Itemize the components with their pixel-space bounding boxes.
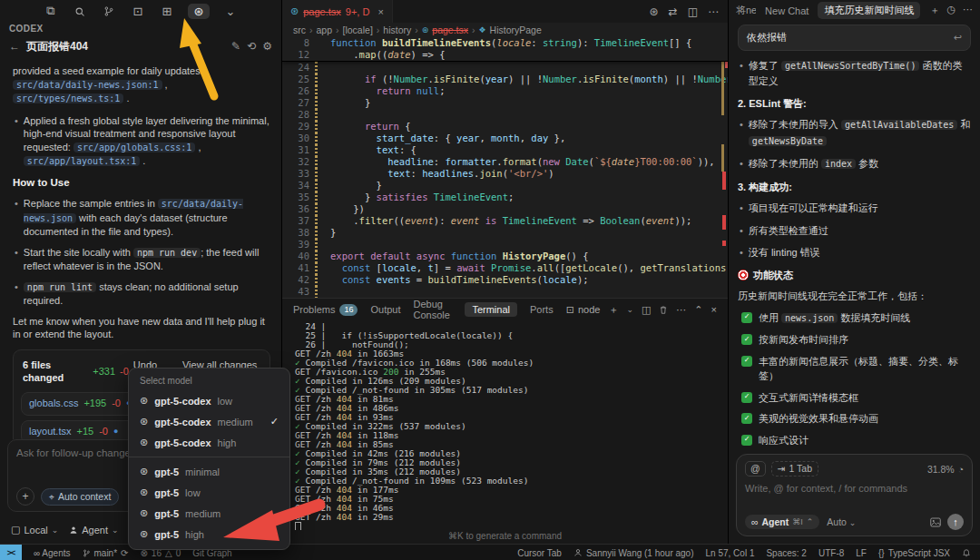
code-line: 32 headline: formatter.format(new Date(`…	[282, 156, 728, 168]
chat-tab-1[interactable]: 将news.json数据写	[736, 4, 756, 17]
new-chat-icon[interactable]: ＋	[929, 4, 939, 17]
git-branch-item[interactable]: main*⟳	[83, 548, 129, 558]
notifications-bell-icon[interactable]	[962, 548, 971, 558]
chat-tab-new[interactable]: New Chat	[765, 5, 808, 16]
split-editor-icon[interactable]: ◫	[688, 5, 698, 18]
language-mode-item[interactable]: {}TypeScript JSX	[878, 548, 950, 558]
context-usage: 31.8%◔	[927, 464, 964, 475]
model-option[interactable]: ⊛gpt-5low	[129, 482, 289, 503]
code-line: 43	[282, 286, 728, 298]
tab-output[interactable]: Output	[370, 304, 400, 315]
chat-input-card[interactable]: @ ⇥1 Tab 31.8%◔ Write, @ for context, / …	[736, 454, 973, 536]
code-line: 29 return {	[282, 121, 728, 133]
code-line: 39	[282, 239, 728, 251]
tab-debug-console[interactable]: Debug Console	[414, 299, 453, 320]
cursor-tab-status[interactable]: Cursor Tab	[517, 548, 562, 558]
blame-author-item[interactable]: Sannyii Wang (1 hour ago)	[573, 548, 694, 558]
check-icon: ✓	[741, 334, 752, 345]
encoding-item[interactable]: UTF-8	[818, 548, 844, 558]
agent-mode-selector[interactable]: ∞Agent⌘I⌃	[745, 515, 819, 529]
grid-icon[interactable]: ⊞	[159, 5, 175, 18]
editor-tab-page-tsx[interactable]: ⊛ page.tsx 9+, D ×	[282, 0, 393, 23]
search-icon[interactable]	[72, 5, 88, 18]
restore-checkpoint-icon[interactable]: ↩	[954, 30, 962, 45]
openai-icon: ⊛	[140, 416, 148, 427]
close-panel-icon[interactable]: ×	[711, 304, 717, 315]
terminal-shell-selector[interactable]: ⊡node	[566, 304, 601, 316]
model-option[interactable]: ⊛gpt-5-codexmedium✓	[129, 411, 289, 432]
codex-box-icon[interactable]: ⊡	[130, 5, 146, 18]
cursor-position-item[interactable]: Ln 57, Col 1	[706, 548, 755, 558]
edit-icon[interactable]: ✎	[231, 40, 240, 53]
code-line: 27 }	[282, 97, 728, 109]
split-terminal-icon[interactable]: ◫	[642, 304, 651, 316]
list-item: •Replace the sample entries in src/data/…	[15, 197, 270, 239]
local-selector[interactable]: ▢Local⌄	[11, 524, 58, 535]
chat-transcript: 依然报错 ↩ •修复了 getAllNewsSortedByTime() 函数的…	[729, 21, 980, 448]
list-item: •项目现在可以正常构建和运行	[740, 201, 971, 216]
check-icon: ✓	[741, 392, 752, 403]
remote-window-button[interactable]: ><	[0, 545, 22, 560]
kill-terminal-icon[interactable]	[659, 304, 668, 315]
eol-item[interactable]: LF	[856, 548, 867, 558]
new-terminal-icon[interactable]: ＋	[608, 303, 618, 317]
more-actions-icon[interactable]: ⋯	[708, 5, 719, 18]
feature-check-item: ✓美观的视觉效果和悬停动画	[741, 411, 971, 427]
maximize-panel-icon[interactable]: ⌃	[694, 304, 702, 316]
model-option[interactable]: ⊛gpt-5high	[129, 524, 289, 545]
indentation-item[interactable]: Spaces: 2	[766, 548, 806, 558]
feature-check-item: ✓丰富的新闻信息展示（标题、摘要、分类、标签）	[741, 354, 971, 384]
image-attach-icon[interactable]	[930, 516, 941, 527]
code-editor[interactable]: 8function buildTimelineEvents(locale: st…	[282, 37, 728, 298]
back-icon[interactable]: ←	[9, 40, 20, 53]
agent-selector[interactable]: Agent⌄	[69, 525, 118, 535]
diff-additions: +331	[93, 365, 115, 378]
model-option[interactable]: ⊛gpt-5-codexlow	[129, 390, 289, 411]
code-line: 36 })	[282, 203, 728, 215]
react-file-icon: ⊛	[290, 5, 299, 17]
model-option[interactable]: ⊛gpt-5-codexhigh	[129, 432, 289, 453]
model-option[interactable]: ⊛gpt-5medium	[129, 503, 289, 524]
open-changes-icon[interactable]: ⇄	[669, 5, 678, 18]
gear-icon[interactable]: ⚙	[262, 40, 272, 53]
mention-context-button[interactable]: @	[745, 461, 766, 476]
terminal-dropdown-icon[interactable]: ⌄	[626, 305, 633, 314]
send-message-button[interactable]: ↑	[947, 514, 964, 530]
breadcrumb[interactable]: src› app› [locale]› history› ⊛ page.tsx›…	[282, 23, 728, 37]
monitor-icon: ▢	[11, 524, 20, 535]
chat-more-icon[interactable]: ⋯	[963, 4, 973, 17]
braces-icon: {}	[878, 548, 885, 558]
model-auto-selector[interactable]: Auto ⌄	[827, 516, 856, 527]
model-dropdown: Select model ⊛gpt-5-codexlow⊛gpt-5-codex…	[128, 368, 290, 550]
terminal-output[interactable]: 24 | 25 | if (!isSupportedLocale(locale)…	[282, 320, 728, 530]
chevron-down-icon[interactable]: ⌄	[222, 5, 239, 18]
editor-column: ⊛ page.tsx 9+, D × ⊛ ⇄ ◫ ⋯ src› app› [lo…	[282, 0, 729, 544]
feature-intro: 历史新闻时间线现在完全正常工作，包括：	[738, 289, 971, 304]
codex-editor-action-icon[interactable]: ⊛	[650, 5, 659, 18]
add-attachment-button[interactable]: +	[16, 487, 34, 506]
feature-check-item: ✓响应式设计	[741, 433, 971, 448]
chat-tab-active[interactable]: 填充历史新闻时间线	[818, 2, 920, 19]
chat-tab-row: 将news.json数据写 New Chat 填充历史新闻时间线 ＋ ◷ ⋯	[729, 0, 980, 21]
copy-pages-icon[interactable]: ⧉	[43, 4, 59, 18]
terminal-hint: ⌘K to generate a command	[282, 530, 728, 544]
code-line: 40export default async function HistoryP…	[282, 251, 728, 262]
tab-ports[interactable]: Ports	[530, 304, 554, 315]
auto-context-pill[interactable]: ⌖Auto context	[41, 488, 119, 506]
code-line: 41 const [locale, t] = await Promise.all…	[282, 262, 728, 274]
panel-tab-row: Problems16 Output Debug Console Terminal…	[282, 299, 728, 320]
openai-codex-icon[interactable]: ⊛	[188, 4, 210, 19]
chat-history-icon[interactable]: ◷	[946, 4, 956, 17]
model-option[interactable]: ⊛gpt-5minimal	[129, 461, 289, 482]
agents-status-item[interactable]: ∞ Agents	[34, 548, 71, 558]
history-icon[interactable]: ⟲	[247, 40, 256, 53]
code-line: 31 text: {	[282, 144, 728, 156]
tab-problems[interactable]: Problems16	[293, 304, 358, 316]
list-item: •没有 linting 错误	[740, 245, 971, 260]
more-panel-actions-icon[interactable]: ⋯	[676, 304, 686, 316]
tab-context-chip[interactable]: ⇥1 Tab	[771, 461, 818, 476]
source-control-icon[interactable]	[101, 5, 117, 18]
close-tab-icon[interactable]: ×	[377, 6, 383, 17]
list-item: •修复了 getAllNewsSortedByTime() 函数的类型定义	[740, 58, 971, 89]
tab-terminal[interactable]: Terminal	[465, 302, 517, 317]
